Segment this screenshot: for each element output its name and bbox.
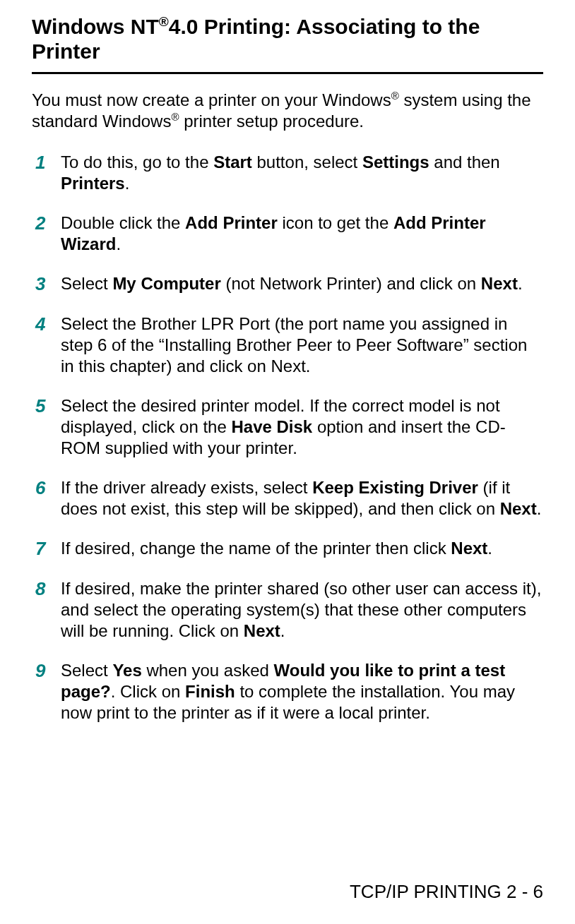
page-footer: TCP/IP PRINTING 2 - 6 <box>350 881 543 903</box>
step-item: 7If desired, change the name of the prin… <box>35 538 543 560</box>
bold-text: Yes <box>112 661 141 680</box>
intro-registered-2: ® <box>171 111 179 123</box>
step-item: 8If desired, make the printer shared (so… <box>35 578 543 642</box>
plain-text: Select <box>61 661 112 680</box>
step-number: 7 <box>35 538 61 560</box>
plain-text: Select the Brother LPR Port (the port na… <box>61 314 527 376</box>
intro-text-1: You must now create a printer on your Wi… <box>32 90 391 109</box>
step-item: 3Select My Computer (not Network Printer… <box>35 273 543 295</box>
heading-registered: ® <box>159 14 169 29</box>
step-text: Select the Brother LPR Port (the port na… <box>61 313 543 377</box>
bold-text: Next <box>481 274 518 293</box>
step-number: 6 <box>35 477 61 499</box>
bold-text: Finish <box>185 682 235 701</box>
step-text: To do this, go to the Start button, sele… <box>61 152 543 194</box>
step-number: 8 <box>35 578 61 600</box>
plain-text: . <box>537 499 542 518</box>
intro-registered-1: ® <box>391 90 399 102</box>
bold-text: Next <box>500 499 537 518</box>
steps-list: 1To do this, go to the Start button, sel… <box>32 152 543 724</box>
plain-text: and then <box>429 152 500 172</box>
bold-text: Printers <box>61 174 125 193</box>
plain-text: . Click on <box>111 682 185 701</box>
plain-text: icon to get the <box>278 213 393 232</box>
bold-text: Start <box>213 152 252 172</box>
step-number: 2 <box>35 212 61 234</box>
step-number: 9 <box>35 660 61 682</box>
step-item: 6If the driver already exists, select Ke… <box>35 477 543 520</box>
bold-text: Next <box>244 621 280 640</box>
plain-text: To do this, go to the <box>61 152 213 172</box>
plain-text: If the driver already exists, select <box>61 478 312 497</box>
step-text: If the driver already exists, select Kee… <box>61 477 543 520</box>
step-text: If desired, change the name of the print… <box>61 538 543 559</box>
plain-text: (not Network Printer) and click on <box>221 274 481 293</box>
step-text: Select My Computer (not Network Printer)… <box>61 273 543 294</box>
intro-paragraph: You must now create a printer on your Wi… <box>32 90 543 132</box>
plain-text: . <box>518 274 523 293</box>
step-text: Select Yes when you asked Would you like… <box>61 660 543 724</box>
bold-text: Keep Existing Driver <box>312 478 478 497</box>
plain-text: . <box>280 621 285 640</box>
intro-text-3: printer setup procedure. <box>179 112 364 131</box>
bold-text: Add Printer <box>185 213 278 232</box>
heading-pre: Windows NT <box>32 15 159 38</box>
plain-text: If desired, make the printer shared (so … <box>61 579 541 640</box>
step-item: 9Select Yes when you asked Would you lik… <box>35 660 543 724</box>
plain-text: button, select <box>252 152 362 172</box>
bold-text: My Computer <box>112 274 220 293</box>
step-number: 3 <box>35 273 61 295</box>
plain-text: when you asked <box>142 661 274 680</box>
bold-text: Have Disk <box>231 417 312 436</box>
plain-text: . <box>125 174 130 193</box>
plain-text: If desired, change the name of the print… <box>61 539 451 558</box>
step-item: 4Select the Brother LPR Port (the port n… <box>35 313 543 377</box>
plain-text: Select <box>61 274 112 293</box>
step-text: If desired, make the printer shared (so … <box>61 578 543 642</box>
page-heading: Windows NT®4.0 Printing: Associating to … <box>32 14 543 74</box>
bold-text: Next <box>451 539 487 558</box>
step-text: Double click the Add Printer icon to get… <box>61 212 543 255</box>
bold-text: Settings <box>362 152 429 172</box>
step-item: 2Double click the Add Printer icon to ge… <box>35 212 543 255</box>
step-number: 5 <box>35 395 61 417</box>
step-item: 1To do this, go to the Start button, sel… <box>35 152 543 194</box>
plain-text: . <box>487 539 492 558</box>
plain-text: Double click the <box>61 213 185 232</box>
step-number: 1 <box>35 152 61 174</box>
step-item: 5Select the desired printer model. If th… <box>35 395 543 459</box>
step-number: 4 <box>35 313 61 335</box>
step-text: Select the desired printer model. If the… <box>61 395 543 459</box>
plain-text: . <box>116 234 121 253</box>
